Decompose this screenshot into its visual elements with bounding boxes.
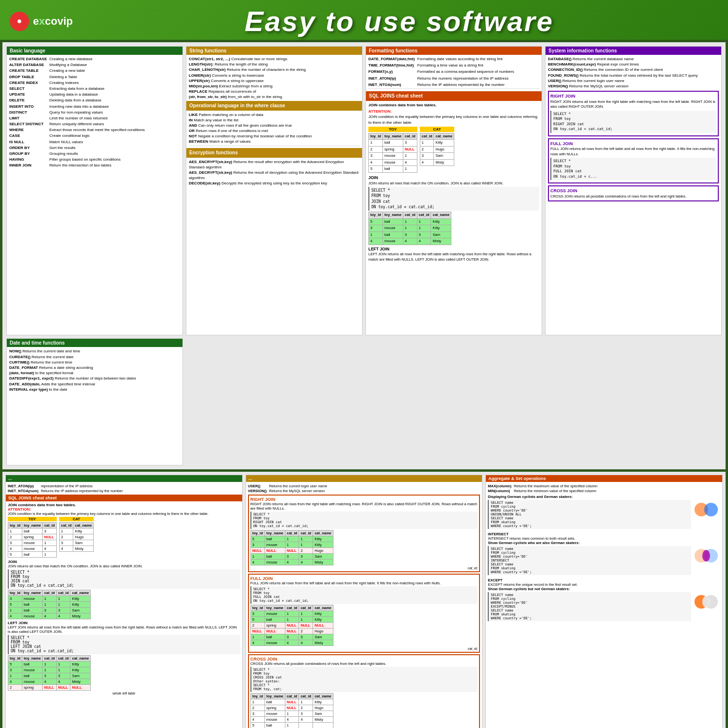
kw-like: LIKE [189,113,198,117]
desc-curtime: Returns the current time [31,360,72,364]
desc-inet-aton2: representation of the IP address [41,484,240,488]
string-functions-title: String functions [186,47,362,55]
kw-aes-dec: AES_DECRYPT(str,key) [189,170,232,175]
kw-interval: INTERVAL expr type) [9,387,48,392]
cross-join-desc2: CROSS JOIN returns all possible combinat… [250,662,478,666]
toy-table2: toy_idtoy_namecat_id 1ball3 2springNULL … [8,522,57,558]
kw-alter-db: ALTER DATABASE [9,62,47,67]
kw-version: VERSION() [548,84,568,88]
kw-select: SELECT [9,86,47,91]
kw-between: BETWEEN [189,139,208,144]
desc-is-null: Match NULL values [50,139,180,145]
cat-label2: CAT [59,517,94,521]
full-cat-id-label: cat_id; [250,647,478,650]
kw-inet-aton: INET_ATON(ip) [368,76,415,81]
desc-date-format3: to the specified format [35,371,73,375]
desc-benchmark: Repeat expr count times [597,62,639,66]
except-example-label: Show German cyclists but not German skat… [488,587,720,591]
basic-language-title: Basic language [7,47,182,55]
right-join-title2: RIGHT JOIN [250,497,478,502]
kw-char-length: CHAR_LENGTH(str) [189,67,226,72]
kw-curdate: CURDATE() [9,355,31,359]
kw-lower: LOWER(str) [189,73,211,78]
except-venn-svg [694,594,720,611]
bottom-left-content: INET_ATON(ip)representation of the IP ad… [6,482,242,697]
full-join-code: SELECT *FROM toyFULL JOIN catON toy.cat_… [550,158,716,180]
kw-user: USER() [548,79,562,83]
main-content: Basic language CREATE DATABASECreating a… [2,42,726,469]
basic-language-content: CREATE DATABASECreating a new database A… [7,55,182,170]
encryption-section: Encryption functions AES_ENCRYPT(str,key… [189,146,360,186]
except-venn [694,594,720,611]
toy-table: toy_idtoy_namecat_id 1ball3 2springNULL … [368,133,417,173]
string-functions-section: String functions CONCAT(str1, str2, …) C… [186,46,363,335]
desc-create-table: Creating a new table [50,68,180,73]
desc-replace: Replaces all occurrences of [208,89,256,94]
right-join-desc2: RIGHT JOIN returns all rows from the rig… [250,502,478,511]
left-join-section: LEFT JOIN LEFT JOIN returns all rows fro… [368,247,539,263]
desc-replace2: from_str with to_str in the string [228,95,282,99]
kw-time-format: TIME_FORMAT(time,fmt) [368,63,415,68]
kw-now: NOW() [9,349,21,353]
sql-joins-title2: SQL JOINS cheat sheet [6,495,242,501]
desc-min: Returns the minimum value of the specifi… [514,489,720,493]
kw-in: IN [189,118,193,122]
desc-format: Formatted as a comma-separated sequence … [417,69,539,74]
union-venn-svg [694,501,720,518]
kw-date-format3: (date, format) [9,371,34,375]
desc-lower: Converts a string to lowercase [212,73,265,78]
desc-case: Create conditional logic [50,133,180,138]
desc-found-rows: Returns the total number of rows retriev… [579,73,698,78]
join-result2: toy_idtoy_namecat_idcat_idcat_name 3mous… [8,590,91,619]
right-join-result: toy_idtoy_namecat_idcat_idcat_name 5ball… [250,530,333,565]
kw-distinct: DISTINCT [9,110,47,115]
desc-date-format: Formatting date values according to the … [417,56,539,62]
except-label: EXCEPT [488,578,720,582]
kw-drop-table: DROP TABLE [9,74,47,80]
right-join-box2: RIGHT JOIN RIGHT JOIN returns all rows f… [248,495,480,572]
system-info-section: System information functions DATABASE() … [545,46,722,335]
join-desc: JOIN returns all rows that match the ON … [368,181,539,186]
join-label2: JOIN [8,560,240,564]
svg-point-4 [702,550,710,562]
joins-intro2: JOIN combines data from two tables. [8,503,240,507]
desc-concat: Concatenate two or more strings [231,57,287,61]
formatting-title: Formatting functions [366,47,542,55]
desc-create-db: Creating a new database [50,56,180,62]
attention-text: JOIN condition is the equality between t… [368,114,539,125]
toy-table-wrapper: TOY toy_idtoy_namecat_id 1ball3 2springN… [368,127,417,174]
desc-like: Pattern matching on a column of data [199,113,263,117]
kw-where: WHERE [9,127,47,132]
desc-alter-db: Modifying a Database [50,62,180,67]
kw-mid: MID(str,pos,len) [189,84,218,88]
cross-join-result: toy_idtoy_namecat_idcat_idcat_name 1ball… [250,693,333,728]
right-join-box: RIGHT JOIN RIGHT JOIN returns all rows f… [548,91,719,136]
kw-length: LENGTH(str): [189,62,214,66]
kw-group-by: GROUP BY [9,151,47,156]
kw-upper: UPPER(str) [189,79,210,83]
bottom-mid-content: USER()Returns the current login user nam… [246,482,482,728]
toy-table2-wrapper: TOY toy_idtoy_namecat_id 1ball3 2springN… [8,517,57,559]
left-join-desc2: LEFT JOIN returns all rows from the left… [8,625,240,634]
desc-interval: to the date [49,387,67,392]
union-code: SELECT nameFROM cyclingWHERE country='DE… [488,500,691,529]
kw-version2: VERSION() [248,489,267,493]
desc-inet-ntoa2: Returns the IP address represented by th… [41,489,240,493]
kw-date-add: DATE_ADD(date, [9,382,40,386]
desc-group-by: Grouping results [50,151,180,156]
right-join-code2: SELECT *FROM toyRIGHT JOIN catON toy.cat… [250,512,478,529]
toy-label: TOY [368,127,417,132]
full-join-desc: FULL JOIN returns all rows from the left… [550,147,716,157]
right-join-code: SELECT *FROM toyRIGHT JOIN catON toy.cat… [550,111,716,133]
desc-insert: Inserting new data into a database [50,104,180,109]
kw-concat: CONCAT(str1, str2, …) [189,57,230,61]
desc-select: Extracting data from a database [50,86,180,91]
intersect-desc: INTERSECT returns rows common to both re… [488,536,720,541]
desc-between: Match a range of values [209,139,250,144]
desc-datediff: Returns the number of days between two d… [55,376,136,381]
join-result-table: toy_idtoy_namecat_idcat_idcat_name 5ball… [368,212,451,245]
brand-name: excovip [33,15,73,28]
join-code: SELECT *FROM toyJOIN catON toy.cat_id = … [368,187,539,211]
full-join-box2: FULL JOIN FULL JOIN returns all rows fro… [248,574,480,653]
toy-label2: TOY [8,517,57,521]
